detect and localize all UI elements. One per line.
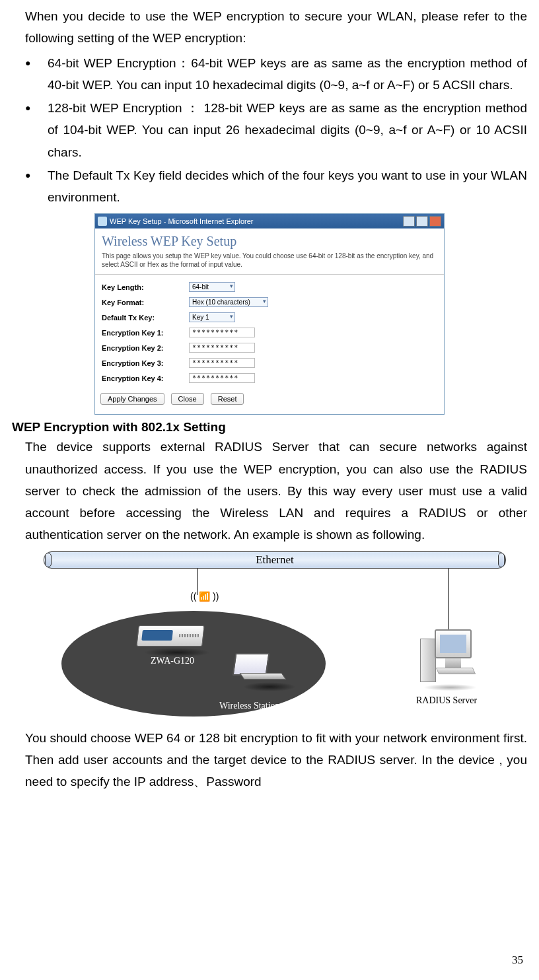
enc-key3-input[interactable]: **********: [189, 358, 255, 368]
section-heading: WEP Encryption with 802.1x Setting: [12, 420, 527, 435]
ie-window: WEP Key Setup - Microsoft Internet Explo…: [94, 213, 445, 415]
key-format-label: Key Format:: [96, 295, 182, 309]
bullet-128bit: 128-bit WEP Encryption ： 128-bit WEP key…: [25, 97, 527, 163]
laptop-icon: [234, 653, 287, 682]
router-label: ZWA-G120: [151, 656, 194, 666]
key-length-select[interactable]: 64-bit: [189, 282, 235, 292]
enc-key4-input[interactable]: **********: [189, 373, 255, 383]
minimize-icon[interactable]: [403, 216, 415, 227]
window-titlebar: WEP Key Setup - Microsoft Internet Explo…: [95, 214, 444, 228]
reset-button[interactable]: Reset: [211, 393, 244, 405]
key-format-select[interactable]: Hex (10 characters): [189, 297, 268, 307]
window-title: WEP Key Setup - Microsoft Internet Explo…: [110, 217, 253, 225]
default-tx-select[interactable]: Key 1: [189, 312, 235, 322]
default-tx-label: Default Tx Key:: [96, 310, 182, 324]
network-diagram: Ethernet (( 📶 )) ZWA-G120 Wireless Stati…: [25, 551, 514, 723]
wep-setup-screenshot: WEP Key Setup - Microsoft Internet Explo…: [94, 213, 445, 415]
section-text: The device supports external RADIUS Serv…: [12, 436, 527, 545]
router-icon: [136, 625, 204, 647]
maximize-icon[interactable]: [416, 216, 428, 227]
enc-key3-label: Encryption Key 3:: [96, 356, 182, 370]
wep-form: Key Length: 64-bit Key Format: Hex (10 c…: [95, 279, 444, 386]
bullet-default-tx: The Default Tx Key field decides which o…: [25, 164, 527, 209]
page-description: This page allows you setup the WEP key v…: [95, 252, 444, 273]
enc-key4-label: Encryption Key 4:: [96, 371, 182, 385]
ie-icon: [98, 217, 107, 226]
close-icon[interactable]: [429, 216, 441, 227]
apply-button[interactable]: Apply Changes: [100, 393, 164, 405]
wep-bullet-list: 64-bit WEP Encryption：64-bit WEP keys ar…: [12, 52, 527, 209]
wireless-station-label: Wireless Station: [219, 701, 280, 711]
post-diagram-text: You should choose WEP 64 or 128 bit encr…: [12, 727, 527, 793]
enc-key1-label: Encryption Key 1:: [96, 326, 182, 339]
enc-key2-label: Encryption Key 2:: [96, 341, 182, 355]
key-length-label: Key Length:: [96, 280, 182, 294]
page-number: 35: [512, 954, 523, 967]
intro-text: When you decide to use the WEP encryptio…: [12, 5, 527, 50]
page-title: Wireless WEP Key Setup: [95, 228, 444, 252]
enc-key2-input[interactable]: **********: [189, 343, 255, 353]
ethernet-bar: Ethernet: [44, 551, 506, 569]
server-icon: [419, 629, 478, 689]
close-button[interactable]: Close: [171, 393, 204, 405]
bullet-64bit: 64-bit WEP Encryption：64-bit WEP keys ar…: [25, 52, 527, 96]
radius-server-label: RADIUS Server: [416, 695, 477, 706]
enc-key1-input[interactable]: **********: [189, 328, 255, 337]
ethernet-label: Ethernet: [256, 553, 294, 567]
drop-line-server: [448, 569, 449, 631]
antenna-icon: (( 📶 )): [190, 591, 219, 602]
